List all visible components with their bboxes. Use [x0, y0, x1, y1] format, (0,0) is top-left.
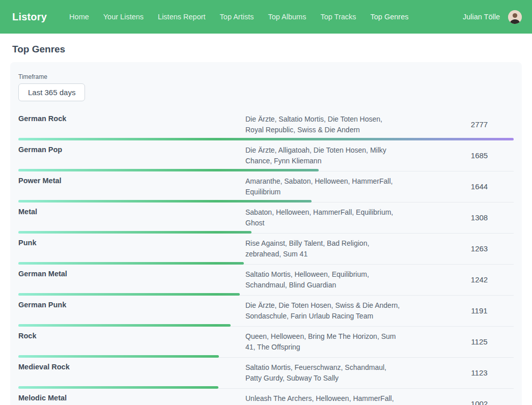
genre-row: German PopDie Ärzte, Alligatoah, Die Tot…	[18, 140, 514, 171]
nav-item-top-albums[interactable]: Top Albums	[268, 13, 306, 21]
top-navigation-bar: Listory Home Your Listens Listens Report…	[0, 0, 532, 34]
timeframe-select[interactable]: Last 365 days	[18, 83, 85, 101]
genre-count: 1263	[445, 238, 514, 259]
nav-item-home[interactable]: Home	[69, 13, 89, 21]
genre-count: 1002	[445, 393, 514, 405]
main-nav: Home Your Listens Listens Report Top Art…	[69, 13, 463, 21]
genre-artists: Die Ärzte, Alligatoah, Die Toten Hosen, …	[245, 144, 401, 166]
genre-count: 1685	[445, 144, 514, 166]
genre-artists: Sabaton, Helloween, HammerFall, Equilibr…	[245, 207, 401, 228]
genre-row: Melodic MetalUnleash The Archers, Hellow…	[18, 389, 514, 405]
genre-name: Medieval Rock	[18, 362, 245, 384]
timeframe-label: Timeframe	[18, 73, 514, 80]
person-icon	[508, 10, 522, 24]
genres-table: German RockDie Ärzte, Saltatio Mortis, D…	[18, 109, 514, 405]
genre-name: German Pop	[18, 144, 245, 166]
genre-row: German MetalSaltatio Mortis, Helloween, …	[18, 265, 514, 296]
nav-item-your-listens[interactable]: Your Listens	[103, 13, 144, 21]
genre-row: PunkRise Against, Billy Talent, Bad Reli…	[18, 234, 514, 265]
genre-row: Power MetalAmaranthe, Sabaton, Helloween…	[18, 171, 514, 202]
genre-artists: Amaranthe, Sabaton, Helloween, HammerFal…	[245, 176, 401, 197]
top-genres-card: Timeframe Last 365 days German RockDie Ä…	[10, 62, 522, 405]
user-menu[interactable]: Julian Tölle	[463, 10, 522, 24]
genre-artists: Saltatio Mortis, Helloween, Equilibrium,…	[245, 269, 401, 291]
genre-name: Power Metal	[18, 176, 245, 197]
genre-artists: Unleash The Archers, Helloween, HammerFa…	[245, 393, 401, 405]
genre-name: Melodic Metal	[18, 393, 245, 405]
genre-name: German Punk	[18, 300, 245, 322]
genre-count: 1123	[445, 362, 514, 384]
genre-count: 1191	[445, 300, 514, 322]
genre-row: MetalSabaton, Helloween, HammerFall, Equ…	[18, 202, 514, 234]
page-title: Top Genres	[12, 44, 532, 55]
nav-item-listens-report[interactable]: Listens Report	[158, 13, 206, 21]
genre-row: German RockDie Ärzte, Saltatio Mortis, D…	[18, 109, 514, 140]
genre-row: RockQueen, Helloween, Bring Me The Horiz…	[18, 327, 514, 358]
user-avatar[interactable]	[508, 10, 522, 24]
genre-name: Punk	[18, 238, 245, 259]
genre-artists: Queen, Helloween, Bring Me The Horizon, …	[245, 331, 401, 353]
genre-name: Metal	[18, 207, 245, 228]
genre-count: 1125	[445, 331, 514, 353]
genre-name: German Metal	[18, 269, 245, 291]
genre-row: German PunkDie Ärzte, Die Toten Hosen, S…	[18, 296, 514, 327]
genre-artists: Rise Against, Billy Talent, Bad Religion…	[245, 238, 401, 259]
genre-name: Rock	[18, 331, 245, 353]
genre-count: 1242	[445, 269, 514, 291]
genre-name: German Rock	[18, 113, 245, 135]
genre-count: 1644	[445, 176, 514, 197]
genre-row: Medieval RockSaltatio Mortis, Feuerschwa…	[18, 358, 514, 389]
user-name: Julian Tölle	[463, 13, 500, 21]
genre-count: 2777	[445, 113, 514, 135]
app-logo[interactable]: Listory	[12, 11, 47, 23]
nav-item-top-genres[interactable]: Top Genres	[371, 13, 409, 21]
genre-artists: Die Ärzte, Die Toten Hosen, Swiss & Die …	[245, 300, 401, 322]
nav-item-top-artists[interactable]: Top Artists	[220, 13, 254, 21]
genre-artists: Saltatio Mortis, Feuerschwanz, Schandmau…	[245, 362, 401, 384]
genre-artists: Die Ärzte, Saltatio Mortis, Die Toten Ho…	[245, 113, 401, 135]
genre-count: 1308	[445, 207, 514, 228]
nav-item-top-tracks[interactable]: Top Tracks	[320, 13, 356, 21]
